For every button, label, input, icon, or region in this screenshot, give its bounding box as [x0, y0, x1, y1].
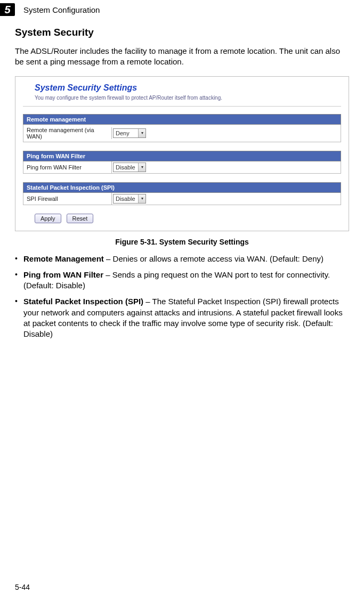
spi-firewall-select[interactable]: Disable ▾: [113, 194, 146, 204]
field-label-ping: Ping form WAN Filter: [23, 162, 111, 173]
chapter-number: 5: [0, 3, 15, 16]
remote-management-select[interactable]: Deny ▾: [113, 128, 146, 138]
apply-button[interactable]: Apply: [35, 214, 61, 223]
figure-caption: Figure 5-31. System Security Settings: [15, 238, 349, 246]
chevron-down-icon: ▾: [138, 129, 145, 137]
reset-button[interactable]: Reset: [67, 214, 94, 223]
ping-wan-select[interactable]: Disable ▾: [113, 163, 146, 172]
list-item: Ping from WAN Filter – Sends a ping requ…: [15, 270, 349, 291]
button-row: Apply Reset: [35, 214, 341, 223]
group-spi: Stateful Packet Inspection (SPI) SPI Fir…: [23, 182, 341, 205]
group-row-spi: SPI Firewall Disable ▾: [23, 193, 341, 205]
chevron-down-icon: ▾: [138, 194, 145, 203]
group-row-remote: Remote management (via WAN) Deny ▾: [23, 125, 341, 142]
group-remote-management: Remote management Remote management (via…: [23, 114, 341, 142]
group-header-spi: Stateful Packet Inspection (SPI): [23, 182, 341, 193]
intro-paragraph: The ADSL/Router includes the facility to…: [15, 46, 349, 68]
ping-wan-value: Disable: [116, 164, 138, 170]
screenshot-title: System Security Settings: [35, 83, 341, 93]
term-remote: Remote Management: [23, 254, 104, 263]
rest-remote: – Denies or allows a remote access via W…: [104, 254, 323, 263]
term-ping: Ping from WAN Filter: [23, 270, 103, 279]
list-item: Stateful Packet Inspection (SPI) – The S…: [15, 296, 349, 339]
page-header: 5 System Configuration: [0, 0, 364, 21]
divider: [23, 106, 341, 107]
notes-list: Remote Management – Denies or allows a r…: [15, 254, 349, 340]
screenshot-panel: System Security Settings You may configu…: [15, 76, 349, 231]
group-row-ping: Ping form WAN Filter Disable ▾: [23, 161, 341, 174]
group-ping-wan: Ping form WAN Filter Ping form WAN Filte…: [23, 151, 341, 174]
screenshot-description: You may configure the system firewall to…: [35, 95, 341, 101]
chapter-title: System Configuration: [23, 5, 100, 14]
field-label-spi: SPI Firewall: [23, 193, 111, 204]
list-item: Remote Management – Denies or allows a r…: [15, 254, 349, 264]
field-label-remote: Remote management (via WAN): [23, 125, 111, 142]
group-header-remote: Remote management: [23, 114, 341, 125]
spi-firewall-value: Disable: [116, 196, 138, 202]
section-heading: System Security: [15, 27, 349, 38]
chevron-down-icon: ▾: [138, 163, 145, 172]
term-spi: Stateful Packet Inspection (SPI): [23, 297, 143, 306]
group-header-ping: Ping form WAN Filter: [23, 151, 341, 161]
page-number: 5-44: [15, 583, 30, 591]
remote-management-value: Deny: [116, 130, 138, 136]
